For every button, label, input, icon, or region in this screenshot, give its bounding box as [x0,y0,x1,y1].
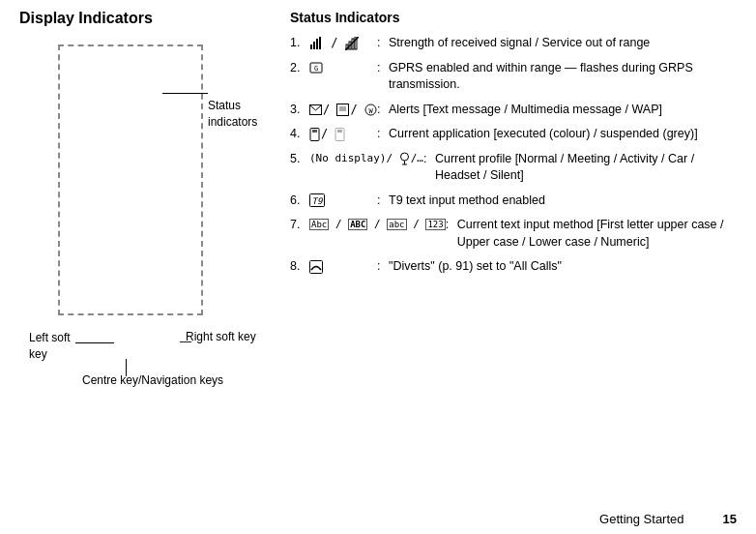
item-number: 7. [290,217,309,251]
item-colon: : [377,35,389,52]
list-item: 1. / [290,35,737,52]
item-icon: / [309,35,377,52]
svg-rect-0 [310,44,312,49]
svg-rect-17 [312,130,317,133]
indicator-list: 1. / [290,35,737,276]
svg-text:T9: T9 [312,196,324,206]
list-item: 6. T9 : T9 text input method enabled [290,193,737,210]
list-item: 3. / / W : Alerts [Text m [290,102,737,119]
svg-text:G: G [314,65,318,73]
item-number: 3. [290,102,309,119]
svg-text:W: W [368,107,373,115]
centre-key-label: Centre key/Navigation keys [82,373,223,387]
list-item: 4. / : Current application [executed (co… [290,126,737,143]
item-colon: : [377,193,389,210]
svg-rect-3 [319,37,321,49]
item-desc: Current application [executed (colour) /… [389,126,737,143]
phone-diagram: Status indicators Left soft key — Right … [29,44,242,383]
item-desc: Strength of received signal / Service ou… [389,35,737,52]
right-column: Status Indicators 1. / [271,10,737,524]
item-icon: Abc / ABC / abc / 123 [309,217,446,251]
page-number: 15 [723,512,737,526]
item-icon [309,258,377,276]
list-item: 7. Abc / ABC / abc / 123 : Current text … [290,217,737,251]
left-soft-key-label: Left soft key [29,330,71,363]
item-colon: : [377,60,389,94]
item-number: 4. [290,126,309,143]
item-number: 6. [290,193,309,210]
item-number: 2. [290,60,309,94]
right-soft-key-label: Right soft key [186,330,256,343]
status-arrow-line [162,93,208,94]
item-colon: : [377,102,389,119]
item-icon: T9 [309,193,377,210]
left-soft-key-line [75,342,114,343]
right-title: Status Indicators [290,10,737,25]
item-desc: Current text input method [First letter … [457,217,737,251]
svg-rect-13 [339,106,346,111]
list-item: 2. G : GPRS enabled and within range — f… [290,60,737,94]
item-desc: GPRS enabled and within range — flashes … [389,60,737,94]
item-icon: / [309,126,377,143]
svg-rect-2 [316,39,318,49]
item-colon: : [377,126,389,143]
item-icon: / / W [309,102,377,119]
item-desc: "Diverts" (p. 91) set to "All Calls" [389,258,737,276]
page-title: Display Indicators [19,10,271,27]
footer: Getting Started 15 [599,512,737,526]
item-number: 5. [290,151,309,185]
status-indicators-label: Status indicators [208,98,257,131]
item-number: 1. [290,35,309,52]
item-colon: : [377,258,389,276]
item-colon: : [446,217,457,251]
left-column: Display Indicators Status indicators Lef… [19,10,271,524]
svg-rect-19 [337,130,342,133]
svg-point-20 [400,153,408,161]
list-item: 8. : "Diverts" (p. 91) set to "All Calls… [290,258,737,276]
item-icon: G [309,60,377,94]
item-desc: T9 text input method enabled [389,193,737,210]
list-item: 5. (No display)/ /… : Current profile [N… [290,151,737,185]
svg-rect-1 [313,42,315,49]
getting-started-label: Getting Started [599,512,683,526]
item-desc: Alerts [Text message / Multimedia messag… [389,102,737,119]
item-desc: Current profile [Normal / Meeting / Acti… [435,151,737,185]
item-colon: : [423,151,435,185]
item-icon: (No display)/ /… [309,151,423,185]
item-number: 8. [290,258,309,276]
phone-outline [58,44,203,315]
